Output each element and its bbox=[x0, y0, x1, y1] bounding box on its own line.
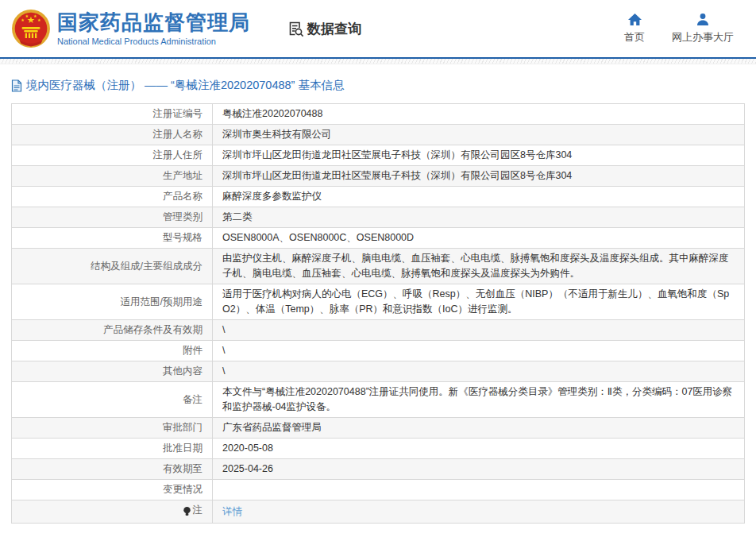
nav-item-home[interactable]: 首页 bbox=[624, 13, 645, 44]
row-value: 2025-04-26 bbox=[213, 459, 745, 480]
row-value bbox=[213, 480, 745, 500]
row-value: 适用于医疗机构对病人的心电（ECG）、呼吸（Resp）、无创血压（NIBP）（不… bbox=[213, 284, 745, 320]
table-row: 变更情况 bbox=[12, 480, 745, 500]
row-label: 适用范围/预期用途 bbox=[12, 284, 213, 320]
table-row: 产品名称 麻醉深度多参数监护仪 bbox=[12, 187, 745, 207]
row-label: 审批部门 bbox=[12, 418, 213, 439]
table-row: 有效期至 2025-04-26 bbox=[12, 459, 745, 480]
table-row: 生产地址 深圳市坪山区龙田街道龙田社区莹展电子科技（深圳）有限公司园区8号仓库3… bbox=[12, 166, 745, 187]
svg-text:★: ★ bbox=[25, 14, 29, 18]
row-value: 由监护仪主机、麻醉深度子机、脑电电缆、血压袖套、心电电缆、脉搏氧饱和度探头及温度… bbox=[213, 249, 745, 284]
hatch-band bbox=[0, 59, 756, 64]
table-row: 注册人名称 深圳市奥生科技有限公司 bbox=[12, 125, 745, 145]
row-value: 深圳市坪山区龙田街道龙田社区莹展电子科技（深圳）有限公司园区8号仓库304 bbox=[213, 166, 745, 187]
org-name-cn: 国家药品监督管理局 bbox=[57, 10, 250, 34]
row-label: 管理类别 bbox=[12, 207, 213, 228]
table-row: 其他内容 \ bbox=[12, 361, 745, 382]
data-query-label: 数据查询 bbox=[307, 20, 361, 38]
site-logo[interactable]: ★ ★ ★ ★ ★ 国家药品监督管理局 National Medical Pro… bbox=[11, 9, 250, 48]
row-value: OSEN8000A、OSEN8000C、OSEN8000D bbox=[213, 228, 745, 249]
row-label: 产品储存条件及有效期 bbox=[12, 320, 213, 341]
row-label: 注册人名称 bbox=[12, 125, 213, 145]
row-label: 有效期至 bbox=[12, 459, 213, 480]
row-value: \ bbox=[213, 361, 745, 382]
row-label: 产品名称 bbox=[12, 187, 213, 207]
row-value: \ bbox=[213, 320, 745, 341]
row-label: 生产地址 bbox=[12, 166, 213, 187]
document-icon bbox=[11, 79, 22, 92]
table-row: 批准日期 2020-05-08 bbox=[12, 439, 745, 459]
row-label: 其他内容 bbox=[12, 361, 213, 382]
row-label: 型号规格 bbox=[12, 228, 213, 249]
row-label: 结构及组成/主要组成成分 bbox=[12, 249, 213, 284]
site-header: ★ ★ ★ ★ ★ 国家药品监督管理局 National Medical Pro… bbox=[0, 0, 756, 57]
nav-label-service-hall: 网上办事大厅 bbox=[672, 30, 734, 44]
row-label-note: 注 bbox=[12, 500, 213, 524]
row-value: 本文件与“粤械注准20202070488”注册证共同使用。新《医疗器械分类目录》… bbox=[213, 382, 745, 418]
table-row: 审批部门 广东省药品监督管理局 bbox=[12, 418, 745, 439]
nav-label-home: 首页 bbox=[624, 30, 645, 44]
table-row: 注册证编号 粤械注准20202070488 bbox=[12, 104, 745, 125]
table-row: 附件 \ bbox=[12, 341, 745, 361]
page-title-row: 境内医疗器械（注册） —— “粤械注准20202070488” 基本信息 bbox=[11, 78, 745, 93]
row-label: 备注 bbox=[12, 382, 213, 418]
bulb-icon bbox=[183, 506, 191, 516]
home-icon bbox=[627, 13, 642, 26]
data-query-section[interactable]: 数据查询 bbox=[287, 20, 361, 38]
details-link[interactable]: 详情 bbox=[222, 506, 242, 517]
row-value: 第二类 bbox=[213, 207, 745, 228]
header-nav: 首页 网上办事大厅 bbox=[624, 13, 745, 44]
row-value: 深圳市奥生科技有限公司 bbox=[213, 125, 745, 145]
row-value: 粤械注准20202070488 bbox=[213, 104, 745, 125]
national-emblem-icon: ★ ★ ★ ★ ★ bbox=[11, 9, 51, 48]
svg-text:★: ★ bbox=[37, 17, 41, 22]
row-value: \ bbox=[213, 341, 745, 361]
table-row: 注册人住所 深圳市坪山区龙田街道龙田社区莹展电子科技（深圳）有限公司园区8号仓库… bbox=[12, 145, 745, 166]
page-title: 境内医疗器械（注册） —— “粤械注准20202070488” 基本信息 bbox=[26, 78, 344, 93]
table-row: 适用范围/预期用途 适用于医疗机构对病人的心电（ECG）、呼吸（Resp）、无创… bbox=[12, 284, 745, 320]
row-label: 批准日期 bbox=[12, 439, 213, 459]
person-icon bbox=[696, 13, 710, 26]
table-row: 产品储存条件及有效期 \ bbox=[12, 320, 745, 341]
row-label: 注册证编号 bbox=[12, 104, 213, 125]
org-name-en: National Medical Products Administration bbox=[57, 36, 250, 47]
table-row-note: 注 详情 bbox=[12, 500, 745, 524]
row-value: 2020-05-08 bbox=[213, 439, 745, 459]
nav-item-service-hall[interactable]: 网上办事大厅 bbox=[672, 13, 734, 44]
table-row: 备注 本文件与“粤械注准20202070488”注册证共同使用。新《医疗器械分类… bbox=[12, 382, 745, 418]
table-row: 型号规格 OSEN8000A、OSEN8000C、OSEN8000D bbox=[12, 228, 745, 249]
row-label: 附件 bbox=[12, 341, 213, 361]
table-row: 结构及组成/主要组成成分 由监护仪主机、麻醉深度子机、脑电电缆、血压袖套、心电电… bbox=[12, 249, 745, 284]
row-value: 麻醉深度多参数监护仪 bbox=[213, 187, 745, 207]
doc-search-icon bbox=[287, 20, 304, 37]
row-label: 注册人住所 bbox=[12, 145, 213, 166]
row-value: 深圳市坪山区龙田街道龙田社区莹展电子科技（深圳）有限公司园区8号仓库304 bbox=[213, 145, 745, 166]
table-row: 管理类别 第二类 bbox=[12, 207, 745, 228]
logo-text: 国家药品监督管理局 National Medical Products Admi… bbox=[57, 10, 250, 47]
row-label: 变更情况 bbox=[12, 480, 213, 500]
registration-info-table: 注册证编号 粤械注准20202070488 注册人名称 深圳市奥生科技有限公司 … bbox=[11, 103, 745, 524]
row-value-note: 详情 bbox=[213, 500, 745, 524]
row-value: 广东省药品监督管理局 bbox=[213, 418, 745, 439]
note-label-text: 注 bbox=[193, 503, 203, 518]
